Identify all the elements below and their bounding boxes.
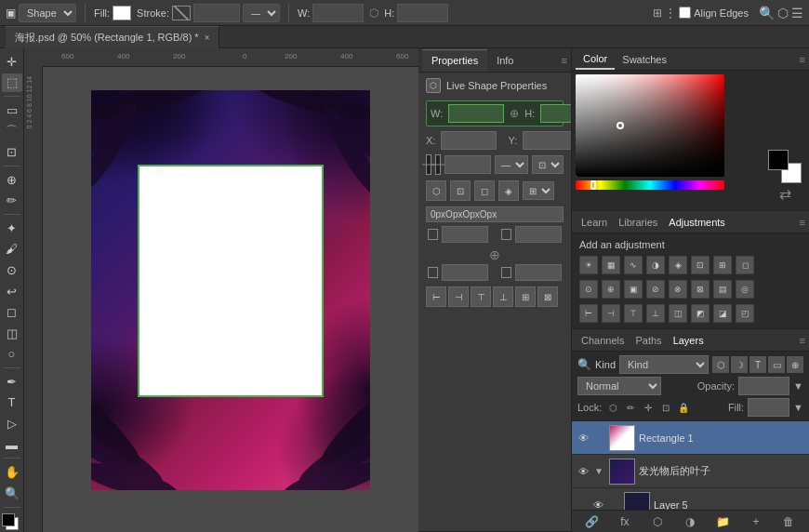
corner-extra-dropdown[interactable]: ⊞ [523,181,554,200]
tab-channels[interactable]: Channels [576,330,630,351]
color-spectrum[interactable] [576,74,724,177]
swap-colors-btn[interactable]: ⇄ [768,185,802,203]
adj-extra4-btn[interactable]: ⊥ [646,304,665,323]
panel-menu-icon[interactable]: ☰ [791,6,803,20]
filter-pixel-btn[interactable]: ⬡ [712,356,729,373]
adj-panel-menu[interactable]: ≡ [800,217,805,228]
tab-layers[interactable]: Layers [668,330,710,351]
align-right-btn[interactable]: ⊤ [471,286,491,307]
add-adj-btn[interactable]: ◑ [682,513,698,530]
height-input[interactable]: 901 px [397,4,448,22]
color-hue-bar[interactable] [576,180,724,190]
adj-extra7-btn[interactable]: ◪ [713,304,732,323]
tab-color[interactable]: Color [576,49,615,70]
lock-artboard-btn[interactable]: ⊡ [658,400,673,415]
adj-threshold-btn[interactable]: ⊠ [691,280,710,299]
layer-eye-2[interactable]: 👁 [590,498,605,511]
zoom-tool[interactable]: 🔍 [2,484,22,503]
adj-levels-btn[interactable]: ▦ [602,256,620,274]
filter-shape-btn[interactable]: ▭ [768,356,785,373]
kind-dropdown[interactable]: Kind [619,355,709,374]
crop-tool[interactable]: ⊕ [2,170,22,190]
width-input[interactable]: 930 px [312,4,364,22]
tab-properties[interactable]: Properties [422,49,487,72]
pen-tool[interactable]: ✒ [2,372,22,392]
adj-gradient-map-btn[interactable]: ▤ [713,280,732,299]
adj-selective-btn[interactable]: ◎ [736,280,754,299]
lock-all-btn[interactable]: 🔒 [676,400,691,415]
shape-mode-dropdown[interactable]: Shape [19,4,76,22]
align-center-v-btn[interactable]: ⊞ [515,286,536,307]
corner-br-input[interactable]: 0 px [515,264,562,281]
lock-position-btn[interactable]: ✛ [641,400,656,415]
color-picker-area[interactable] [2,513,22,533]
blend-mode-dropdown[interactable]: Normal [577,377,661,395]
align-center-h-btn[interactable]: ⊣ [448,286,469,307]
filter-smart-btn[interactable]: ⊕ [787,356,803,373]
adj-extra8-btn[interactable]: ◰ [736,304,754,323]
align-bottom-btn[interactable]: ⊠ [537,286,558,307]
y-input[interactable]: 464 px [523,131,572,150]
corner-bl-input[interactable]: 0 px [442,264,488,281]
path-select-tool[interactable]: ▷ [2,414,22,433]
adj-extra6-btn[interactable]: ◩ [691,304,710,323]
corner-sharp-btn[interactable]: ⊡ [450,180,471,201]
tab-libraries[interactable]: Libraries [613,212,663,233]
filter-type-btn[interactable]: T [749,356,766,373]
add-group-btn[interactable]: 📁 [715,513,732,530]
filter-adj-btn[interactable]: ☽ [731,356,748,373]
opacity-input[interactable]: 100% [738,377,789,395]
layer-eye-1[interactable]: 👁 [576,464,590,479]
fg-bg-colors[interactable] [768,150,802,183]
tab-swatches[interactable]: Swatches [615,49,674,70]
stroke-width-prop-input[interactable]: 1.12 pt [444,155,491,174]
brush-tool[interactable]: 🖌 [2,240,22,259]
tab-info[interactable]: Info [487,49,523,72]
corner-tl-check[interactable] [428,229,438,240]
corner-tl-input[interactable]: 0 px [442,226,488,243]
adj-invert-btn[interactable]: ⊘ [646,280,665,299]
lasso-tool[interactable]: ⌒ [2,122,22,141]
h-input[interactable]: 901 px [540,104,572,123]
adj-extra2-btn[interactable]: ⊣ [602,304,620,323]
add-style-btn[interactable]: fx [617,513,633,530]
layer-item[interactable]: 👁 Layer 5 [572,488,809,510]
layer-item[interactable]: 👁 Rectangle 1 [572,421,809,455]
move-tool[interactable]: ✛ [2,52,22,72]
corner-tr-check[interactable] [501,229,511,240]
tab-paths[interactable]: Paths [630,330,667,351]
corner-tr-input[interactable]: 0 px [515,226,562,243]
lock-pixels-btn[interactable]: ✏ [623,400,638,415]
adj-photofilt-btn[interactable]: ⊙ [579,280,598,299]
fill-swatch[interactable] [435,154,441,175]
dodge-tool[interactable]: ○ [2,345,22,365]
stroke-width-input[interactable]: 1.12 pt [193,4,240,22]
shape-tool[interactable]: ▬ [2,435,22,455]
lock-transparent-btn[interactable]: ⬡ [605,400,620,415]
stroke-style-dropdown[interactable]: — [495,155,528,174]
corner-inner-btn[interactable]: ◻ [474,180,495,201]
document-tab[interactable]: 海报.psd @ 50% (Rectangle 1, RGB/8) * × [6,26,219,48]
adj-channelmix-btn[interactable]: ⊕ [602,280,620,299]
marquee-tool[interactable]: ▭ [2,100,22,120]
align-edges-checkbox[interactable] [679,7,691,19]
eyedropper-tool[interactable]: ✏ [2,191,22,210]
link-layers-btn[interactable]: 🔗 [584,513,601,530]
panel-close-btn[interactable]: ≡ [562,55,567,66]
fill-input[interactable]: 100% [748,398,789,417]
tab-close-btn[interactable]: × [205,33,210,43]
adj-vibrance-btn[interactable]: ◈ [669,256,687,274]
delete-layer-btn[interactable]: 🗑 [780,513,797,530]
layer-expand-1[interactable]: ▼ [594,466,605,476]
history-tool[interactable]: ↩ [2,282,22,301]
hand-tool[interactable]: ✋ [2,462,22,482]
canvas-content[interactable] [43,67,418,513]
canvas-document[interactable] [91,90,370,490]
adj-bw-btn[interactable]: ◻ [736,256,754,274]
eraser-tool[interactable]: ◻ [2,302,22,322]
x-input[interactable]: 237 px [441,131,497,150]
corner-bl-check[interactable] [428,267,438,278]
gradient-tool[interactable]: ◫ [2,324,22,343]
adj-posterize-btn[interactable]: ⊗ [669,280,687,299]
search-icon[interactable]: 🔍 [759,6,775,20]
